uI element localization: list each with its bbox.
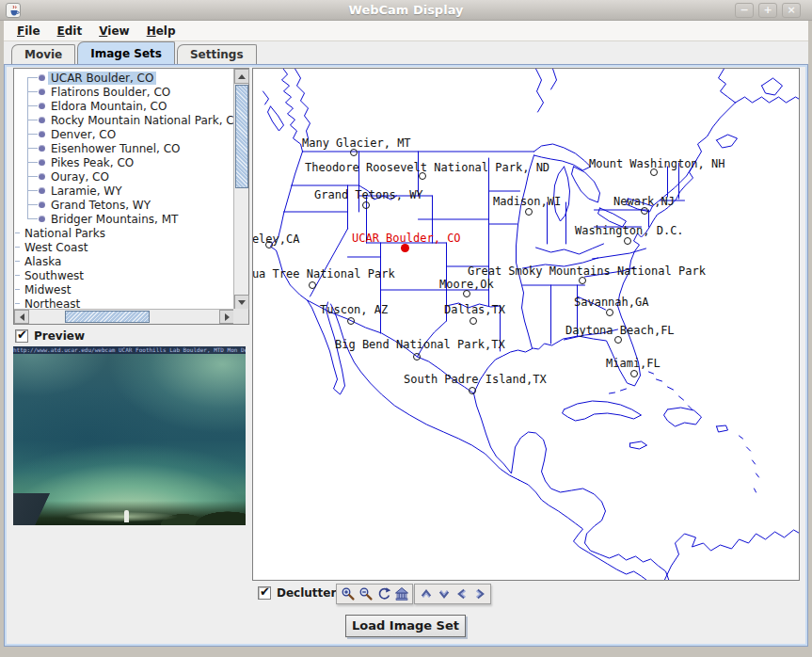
preview-label: Preview — [34, 329, 85, 343]
map-city-label: Madison,WI — [493, 195, 561, 208]
preview-checkbox[interactable]: ✔ — [15, 329, 28, 343]
map-site-marker — [525, 208, 533, 216]
tree-item-webcam[interactable]: Eisenhower Tunnel, CO — [14, 141, 234, 155]
scrollbar-corner — [233, 309, 248, 324]
scroll-down-button[interactable] — [234, 295, 249, 310]
tree-item-webcam[interactable]: Pikes Peak, CO — [14, 155, 234, 169]
pan-left-button[interactable] — [454, 586, 470, 602]
leaf-node-icon — [39, 201, 45, 208]
window-frame-right — [808, 21, 812, 657]
map-city-label: Washington, D.C. — [575, 224, 684, 237]
load-image-set-button[interactable]: Load Image Set — [345, 615, 466, 637]
leaf-node-icon — [39, 103, 45, 109]
webcam-field — [65, 512, 178, 521]
map-site-marker — [579, 277, 586, 284]
map-city-label: South Padre Island,TX — [404, 373, 547, 386]
tree-item-category[interactable]: West Coast — [14, 240, 234, 254]
pan-right-button[interactable] — [471, 586, 487, 602]
window-frame-bottom — [0, 647, 812, 657]
map-city-label: Big Bend National Park,TX — [335, 338, 505, 351]
scroll-up-button[interactable] — [234, 69, 249, 84]
tree-item-webcam[interactable]: Laramie, WY — [14, 184, 234, 198]
leaf-node-icon — [39, 145, 45, 152]
map-pan-toolbar — [414, 584, 491, 604]
tree-item-webcam[interactable]: UCAR Boulder, CO — [14, 71, 234, 85]
tree-item-category[interactable]: Midwest — [14, 282, 234, 296]
map-city-label: Many Glacier, MT — [302, 136, 411, 150]
down-arrow-icon — [238, 300, 246, 305]
map-zoom-toolbar — [336, 584, 413, 604]
map-site-marker — [265, 241, 273, 248]
home-view-button[interactable] — [393, 586, 409, 602]
scroll-right-button[interactable] — [219, 310, 234, 324]
vertical-scroll-thumb[interactable] — [235, 85, 248, 188]
tree-item-webcam[interactable]: Ouray, CO — [14, 169, 234, 184]
menu-item[interactable]: Edit — [50, 23, 90, 40]
preview-checkbox-row: ✔ Preview — [15, 329, 85, 343]
tree-item-webcam[interactable]: Eldora Mountain, CO — [14, 99, 234, 113]
map-city-label: Joshua Tree National Park — [252, 267, 395, 280]
tree-item-webcam[interactable]: Denver, CO — [14, 127, 234, 141]
map-canvas[interactable]: Many Glacier, MTTheodore Roosevelt Natio… — [252, 68, 800, 581]
reset-projection-button[interactable] — [375, 586, 391, 602]
leaf-node-icon — [39, 159, 45, 166]
leaf-node-icon — [39, 117, 45, 123]
tab-settings[interactable]: Settings — [177, 44, 257, 64]
menu-item[interactable]: Help — [139, 23, 183, 40]
menu-bar: FileEditViewHelp — [4, 21, 808, 41]
tab-image-sets[interactable]: Image Sets — [77, 41, 175, 64]
right-arrow-icon — [225, 313, 230, 321]
webcam-display-window: WebCam Display − + × FileEditViewHelp Mo… — [0, 0, 812, 657]
map-city-label: UCAR Boulder, CO — [352, 232, 461, 245]
pan-down-button[interactable] — [436, 586, 452, 602]
map-site-marker — [309, 281, 316, 289]
window-title: WebCam Display — [0, 0, 812, 21]
menu-item[interactable]: File — [9, 23, 48, 40]
scroll-left-button[interactable] — [14, 310, 29, 324]
leaf-node-icon — [39, 88, 45, 95]
map-site-marker — [350, 149, 358, 156]
declutter-checkbox[interactable]: ✔ — [258, 586, 271, 600]
horizontal-scrollbar[interactable] — [14, 309, 234, 324]
map-site-marker — [624, 237, 631, 245]
map-site-marker — [469, 387, 476, 394]
map-site-marker — [362, 201, 370, 209]
map-site-marker — [463, 290, 470, 297]
horizontal-scroll-thumb[interactable] — [65, 311, 150, 323]
tree-item-webcam[interactable]: Rocky Mountain National Park, CO — [14, 113, 234, 127]
maximize-button[interactable]: + — [758, 3, 777, 18]
tree-item-category[interactable]: National Parks — [14, 226, 234, 240]
tab-movie[interactable]: Movie — [11, 44, 75, 64]
webcam-tree-panel: UCAR Boulder, CO Flatirons Boulder, CO E… — [13, 68, 249, 325]
map-city-label: Moore,Ok — [439, 278, 494, 291]
leaf-node-icon — [39, 187, 45, 194]
tree-item-webcam[interactable]: Flatirons Boulder, CO — [14, 85, 234, 99]
webcam-caption-strip: http://www.atd.ucar.edu/webcam UCAR Foot… — [13, 346, 246, 354]
map-site-marker — [419, 172, 426, 180]
tree-item-category[interactable]: Alaska — [14, 254, 234, 268]
up-arrow-icon — [238, 74, 246, 79]
zoom-in-button[interactable] — [340, 586, 356, 602]
tree-item-category[interactable]: Southwest — [14, 268, 234, 282]
map-site-marker — [413, 353, 421, 361]
tree-item-webcam[interactable]: Grand Tetons, WY — [14, 198, 234, 212]
map-city-label: Daytona Beach,FL — [565, 324, 675, 337]
map-city-label: Grand Tetons, WY — [314, 188, 423, 201]
leaf-node-icon — [39, 74, 45, 81]
menu-item[interactable]: View — [91, 23, 136, 40]
vertical-scrollbar[interactable] — [233, 69, 248, 310]
tab-strip: Movie Image Sets Settings — [4, 41, 808, 64]
map-city-label: Newark,NJ — [613, 195, 675, 208]
map-site-marker — [606, 309, 613, 316]
tree-item-webcam[interactable]: Bridger Mountains, MT — [14, 212, 234, 226]
map-site-marker — [401, 244, 409, 252]
zoom-out-button[interactable] — [358, 586, 374, 602]
minimize-button[interactable]: − — [735, 3, 754, 18]
close-button[interactable]: × — [782, 3, 801, 18]
pan-up-button[interactable] — [418, 586, 434, 602]
map-site-marker — [650, 168, 658, 176]
declutter-label: Declutter — [277, 586, 336, 600]
leaf-node-icon — [39, 216, 45, 222]
tree-item-category[interactable]: Northeast — [14, 296, 234, 310]
declutter-checkbox-row: ✔ Declutter — [258, 586, 336, 600]
